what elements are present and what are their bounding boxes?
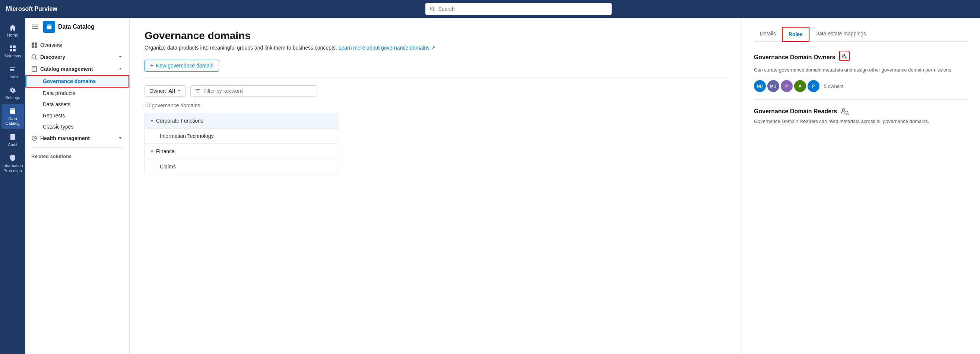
svg-rect-6	[32, 25, 38, 26]
add-owner-button[interactable]	[839, 51, 850, 61]
sidebar-navigation: Overview Discovery Catalog management	[25, 36, 129, 165]
nav-info-protection[interactable]: Information Protection	[2, 151, 24, 176]
corporate-functions-name: Corporate Functions	[156, 118, 332, 124]
sidebar-section-discovery[interactable]: Discovery	[25, 51, 129, 63]
sidebar-item-data-products[interactable]: Data products	[25, 88, 129, 99]
readers-section: Governance Domain Readers Governance Dom…	[754, 107, 968, 124]
sidebar-health-management-label: Health management	[40, 135, 90, 141]
information-technology-name: Information Technology	[160, 133, 332, 139]
sidebar-app-icon	[43, 21, 55, 33]
owner-filter-chevron	[177, 89, 181, 93]
avatars-row: ND MU P A P 5 owners	[754, 80, 968, 92]
sidebar-item-data-assets[interactable]: Data assets	[25, 99, 129, 110]
plus-icon: +	[150, 62, 153, 69]
nav-home[interactable]: Home	[2, 21, 24, 40]
tab-roles[interactable]: Roles	[782, 27, 810, 42]
nav-solutions[interactable]: Solutions	[2, 42, 24, 61]
nav-data-catalog[interactable]: Data Catalog	[2, 104, 24, 129]
main-content: Governance domains Organize data product…	[130, 18, 741, 354]
svg-rect-3	[13, 45, 16, 48]
tab-details-label: Details	[760, 30, 776, 37]
domain-item-finance[interactable]: ▾ Finance	[145, 144, 338, 159]
svg-line-25	[848, 114, 848, 115]
sidebar-classic-types-label: Classic types	[43, 124, 73, 130]
claims-name: Claims	[160, 164, 332, 169]
keyword-filter-input[interactable]	[204, 88, 312, 94]
owners-count: 5 owners	[824, 83, 844, 89]
readers-section-title: Governance Domain Readers	[754, 107, 968, 115]
svg-rect-4	[10, 49, 12, 51]
owners-section: Governance Domain Owners Can curate gove…	[754, 51, 968, 92]
tab-data-estate-mappings-label: Data estate mappings	[815, 30, 866, 37]
svg-rect-12	[35, 45, 37, 48]
avatar-mu: MU	[767, 80, 779, 92]
sidebar-item-classic-types[interactable]: Classic types	[25, 121, 129, 132]
svg-rect-10	[35, 43, 37, 45]
avatar-p1: P	[781, 80, 793, 92]
keyword-filter[interactable]	[190, 85, 317, 97]
page-title: Governance domains	[145, 30, 727, 42]
nav-info-protection-label: Information Protection	[2, 163, 23, 173]
nav-audit[interactable]: Audit	[2, 131, 24, 150]
sidebar-app-title: Data Catalog	[58, 24, 95, 30]
external-link-icon: ↗	[431, 45, 436, 51]
owners-section-title: Governance Domain Owners	[754, 51, 968, 64]
svg-point-23	[843, 108, 845, 111]
domain-item-corporate-functions[interactable]: ▾ Corporate Functions	[145, 113, 338, 129]
avatar-p2: P	[808, 80, 819, 92]
owner-filter-label: Owner:	[150, 88, 166, 94]
finance-name: Finance	[156, 148, 332, 154]
avatar-nd: ND	[754, 80, 766, 92]
svg-rect-8	[32, 28, 38, 29]
owner-filter-value: All	[169, 88, 175, 94]
sidebar-data-assets-label: Data assets	[43, 101, 70, 107]
icon-nav: Home Solutions Learn Settings Data Catal…	[0, 18, 25, 354]
sidebar-overview-label: Overview	[40, 42, 62, 48]
content-wrapper: Governance domains Organize data product…	[130, 18, 980, 354]
readers-icon	[841, 107, 849, 115]
sidebar-menu-toggle[interactable]	[30, 22, 40, 32]
svg-rect-7	[32, 27, 38, 27]
domain-item-information-technology[interactable]: Information Technology	[145, 129, 338, 144]
search-input[interactable]	[438, 6, 607, 12]
nav-settings[interactable]: Settings	[2, 83, 24, 103]
sidebar-item-overview[interactable]: Overview	[25, 39, 129, 51]
sidebar-item-requests[interactable]: Requests	[25, 110, 129, 121]
domains-count: 10 governance domains	[145, 102, 727, 108]
sidebar-divider	[31, 147, 123, 148]
new-governance-domain-button[interactable]: + New governance domain	[145, 60, 219, 72]
filter-row: Owner: All	[145, 85, 727, 97]
nav-home-label: Home	[7, 33, 18, 37]
svg-rect-2	[10, 45, 12, 48]
nav-learn[interactable]: Learn	[2, 62, 24, 82]
learn-more-link[interactable]: Learn more about governance domains ↗	[339, 45, 436, 51]
tab-details[interactable]: Details	[754, 27, 782, 42]
tab-data-estate-mappings[interactable]: Data estate mappings	[810, 27, 872, 42]
search-icon	[430, 6, 435, 11]
sidebar-section-catalog-management[interactable]: Catalog management	[25, 63, 129, 75]
search-bar[interactable]	[425, 3, 612, 15]
nav-settings-label: Settings	[5, 96, 20, 100]
svg-rect-5	[13, 49, 16, 51]
sidebar-catalog-management-label: Catalog management	[40, 66, 93, 72]
owner-filter[interactable]: Owner: All	[145, 85, 186, 97]
owners-title-text: Governance Domain Owners	[754, 54, 835, 61]
right-panel: Details Roles Data estate mappings Gover…	[741, 18, 980, 354]
sidebar-item-governance-domains[interactable]: Governance domains	[25, 75, 129, 88]
app-title: Microsoft Purview	[6, 6, 57, 12]
page-description: Organize data products into meaningful g…	[145, 45, 727, 51]
owners-description: Can curate governance domain metadata an…	[754, 67, 968, 73]
finance-chevron: ▾	[151, 149, 153, 154]
sidebar-discovery-label: Discovery	[40, 54, 65, 60]
new-button-label: New governance domain	[156, 62, 213, 69]
topbar: Microsoft Purview	[0, 0, 980, 18]
add-owner-icon	[842, 53, 847, 59]
domain-item-claims[interactable]: Claims	[145, 159, 338, 174]
nav-solutions-label: Solutions	[4, 54, 21, 58]
svg-point-20	[843, 54, 845, 56]
sidebar-section-health-management[interactable]: Health management	[25, 132, 129, 144]
svg-line-14	[35, 58, 37, 60]
svg-rect-11	[32, 45, 34, 48]
avatar-a: A	[794, 80, 806, 92]
layout: Home Solutions Learn Settings Data Catal…	[0, 18, 980, 354]
